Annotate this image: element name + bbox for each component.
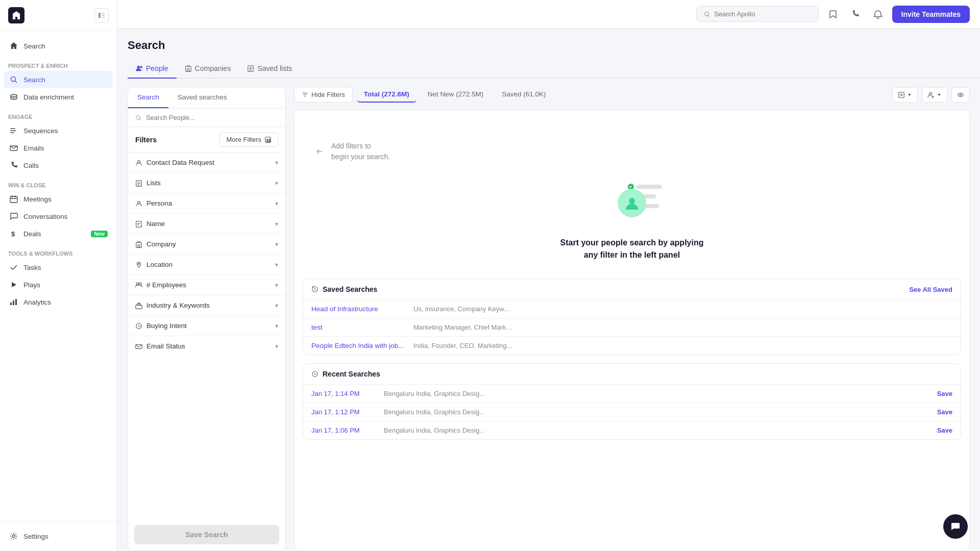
dollar-icon: $ xyxy=(9,229,18,238)
recent-searches-title: Recent Searches xyxy=(311,370,380,378)
sidebar-item-deals-label: Deals xyxy=(23,230,41,238)
add-to-list-button[interactable] xyxy=(922,87,947,103)
collapse-sidebar-button[interactable] xyxy=(94,8,109,22)
name-icon xyxy=(135,220,142,228)
view-toggle-button[interactable] xyxy=(951,87,970,103)
filter-contact-data-request[interactable]: Contact Data Request ▾ xyxy=(128,152,285,172)
sidebar-item-data-enrichment[interactable]: Data enrichment xyxy=(4,88,113,106)
saved-search-title-2: test xyxy=(311,323,413,331)
filters-label: Filters xyxy=(135,136,157,144)
saved-searches-header: Saved Searches See All Saved xyxy=(303,279,961,299)
chevron-down-small-icon xyxy=(907,92,912,97)
bell-icon[interactable] xyxy=(870,6,886,22)
sidebar-item-analytics[interactable]: Analytics xyxy=(4,293,113,311)
invite-teammates-button[interactable]: Invite Teammates xyxy=(892,6,970,23)
recent-desc-2: Bengaluru India, Graphics Desig... xyxy=(384,408,931,416)
recent-save-link-3[interactable]: Save xyxy=(937,427,952,434)
sidebar-item-emails[interactable]: Emails xyxy=(4,139,113,157)
hide-filters-label: Hide Filters xyxy=(311,91,345,98)
sidebar-item-plays[interactable]: Plays xyxy=(4,276,113,293)
phone-topbar-icon[interactable] xyxy=(847,6,864,22)
sidebar-item-search[interactable]: Search xyxy=(4,71,113,88)
sidebar-item-analytics-label: Analytics xyxy=(23,298,51,306)
recent-search-row-3[interactable]: Jan 17, 1:06 PM Bengaluru India, Graphic… xyxy=(303,421,961,439)
filter-name[interactable]: Name ▾ xyxy=(128,213,285,234)
saved-search-row-edtech[interactable]: People Edtech India with job... India, F… xyxy=(303,336,961,355)
sidebar-item-tasks[interactable]: Tasks xyxy=(4,259,113,276)
email-filter-icon xyxy=(135,343,142,350)
phone-icon xyxy=(9,161,18,170)
saved-search-desc-2: Marketing Manager, Chief Mark... xyxy=(413,323,952,331)
filter-persona-label: Persona xyxy=(146,199,172,207)
tab-saved-lists-label: Saved lists xyxy=(257,64,292,72)
companies-tab-icon xyxy=(185,65,192,72)
result-tab-saved[interactable]: Saved (61.0K) xyxy=(495,87,553,103)
inner-layout: Search Saved searches Filters More Filte… xyxy=(128,87,980,551)
filter-tab-saved-searches[interactable]: Saved searches xyxy=(168,87,236,108)
recent-searches-header: Recent Searches xyxy=(303,364,961,384)
sidebar-item-meetings[interactable]: Meetings xyxy=(4,190,113,208)
recent-save-link-1[interactable]: Save xyxy=(937,390,952,397)
recent-search-row-2[interactable]: Jan 17, 1:12 PM Bengaluru India, Graphic… xyxy=(303,403,961,421)
chat-bubble-button[interactable] xyxy=(943,514,968,539)
sidebar-item-sequences[interactable]: Sequences xyxy=(4,122,113,139)
filter-location-label: Location xyxy=(146,261,173,268)
sidebar-item-conversations[interactable]: Conversations xyxy=(4,208,113,225)
tab-people[interactable]: People xyxy=(128,59,177,79)
location-icon xyxy=(135,261,142,268)
search-people-input[interactable] xyxy=(146,114,278,121)
hide-filters-button[interactable]: Hide Filters xyxy=(294,87,353,103)
nav-section-label-engage: Engage xyxy=(4,114,113,120)
filter-company[interactable]: Company ▾ xyxy=(128,234,285,254)
chevron-down-small-icon xyxy=(937,92,942,97)
recent-date-1: Jan 17, 1:14 PM xyxy=(311,390,378,397)
sidebar-item-settings[interactable]: Settings xyxy=(4,528,113,545)
svg-rect-28 xyxy=(136,221,142,227)
nav-prospect-section: Prospect & enrich Search Data enrichment xyxy=(0,57,117,108)
recent-save-link-2[interactable]: Save xyxy=(937,408,952,416)
filter-persona[interactable]: Persona ▾ xyxy=(128,193,285,213)
recent-search-row-1[interactable]: Jan 17, 1:14 PM Bengaluru India, Graphic… xyxy=(303,384,961,403)
logo[interactable] xyxy=(8,7,24,23)
svg-rect-34 xyxy=(136,305,142,309)
saved-search-row-test[interactable]: test Marketing Manager, Chief Mark... xyxy=(303,318,961,336)
sidebar-item-calls[interactable]: Calls xyxy=(4,157,113,174)
gear-icon xyxy=(9,532,18,541)
saved-searches-title: Saved Searches xyxy=(311,285,377,293)
illustration-graphic xyxy=(596,178,668,229)
empty-main-text: Start your people search by applying any… xyxy=(560,237,704,261)
lists-icon xyxy=(135,180,142,187)
filter-industry-keywords[interactable]: Industry & Keywords ▾ xyxy=(128,295,285,315)
filter-name-label: Name xyxy=(146,220,165,228)
saved-search-row-head-infra[interactable]: Head of Infrastructure Us, insurance, Co… xyxy=(303,299,961,318)
search-apollo-input[interactable] xyxy=(714,10,811,18)
sidebar-item-home[interactable]: Search xyxy=(4,37,113,55)
more-filters-button[interactable]: More Filters 12 xyxy=(219,132,278,147)
filter-buying-intent[interactable]: Buying Intent ▾ xyxy=(128,315,285,336)
result-tab-total[interactable]: Total (272.6M) xyxy=(357,87,416,103)
sidebar-item-deals[interactable]: $ Deals New xyxy=(4,225,113,242)
svg-line-15 xyxy=(708,15,709,16)
tab-companies[interactable]: Companies xyxy=(177,59,239,79)
save-search-button[interactable]: Save Search xyxy=(134,525,279,544)
result-tab-net-new[interactable]: Net New (272.5M) xyxy=(421,87,491,103)
search-apollo-icon xyxy=(704,11,710,18)
filter-employees[interactable]: # Employees ▾ xyxy=(128,274,285,295)
search-apollo-bar[interactable] xyxy=(696,6,819,22)
filter-company-label: Company xyxy=(146,240,176,248)
filter-tab-search[interactable]: Search xyxy=(128,87,168,108)
export-button[interactable] xyxy=(892,87,918,103)
filter-location[interactable]: Location ▾ xyxy=(128,254,285,274)
page-tabs: People Companies Saved lists xyxy=(128,59,980,79)
search-people-bar[interactable] xyxy=(128,109,285,127)
filter-lists[interactable]: Lists ▾ xyxy=(128,172,285,193)
see-all-saved-link[interactable]: See All Saved xyxy=(909,286,952,293)
svg-point-32 xyxy=(136,283,138,285)
chevron-down-icon: ▾ xyxy=(275,180,278,187)
filter-email-status[interactable]: Email Status ▾ xyxy=(128,336,285,356)
bookmark-icon[interactable] xyxy=(825,6,841,22)
tab-saved-lists[interactable]: Saved lists xyxy=(239,59,300,79)
main-area: Invite Teammates Search People Companies… xyxy=(117,0,980,551)
recent-desc-1: Bengaluru India, Graphics Desig... xyxy=(384,390,931,397)
svg-point-16 xyxy=(137,66,140,68)
